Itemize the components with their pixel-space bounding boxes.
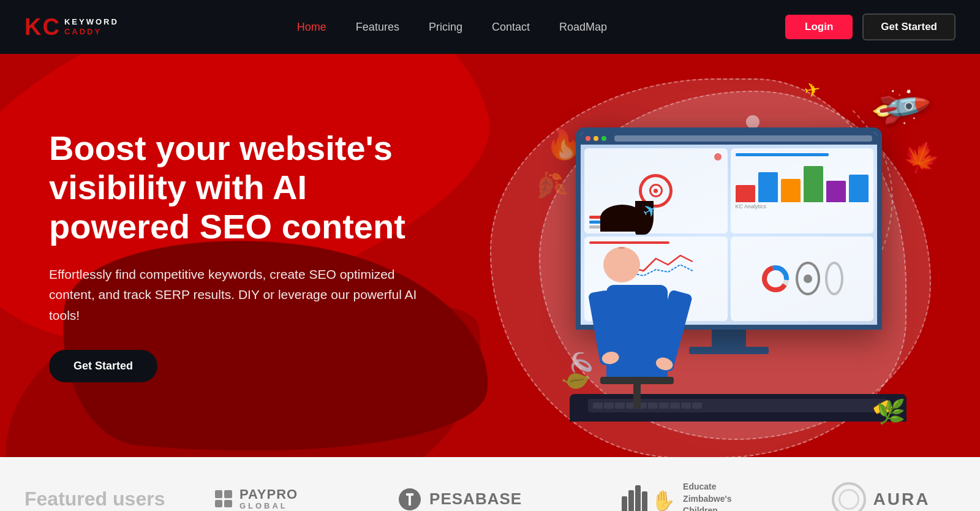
person-torso <box>606 285 668 377</box>
logo-letters: K C <box>24 15 59 39</box>
red-dot <box>714 153 722 161</box>
logo-aura: AURA <box>832 482 930 512</box>
logo-k1: K <box>24 15 41 39</box>
logo-brand: KEYWORD CADDY <box>64 17 119 36</box>
person-right-arm <box>650 289 693 372</box>
logo-paypro: PAYPRO GLOBAL <box>215 487 298 510</box>
logo-pesabase: PESABASE <box>398 487 522 512</box>
nav-link-roadmap[interactable]: RoadMap <box>559 21 607 33</box>
get-started-hero-button[interactable]: Get Started <box>49 350 157 382</box>
logo-k2: C <box>42 15 59 39</box>
nav-item-pricing[interactable]: Pricing <box>429 21 462 34</box>
pesabase-icon <box>398 487 422 512</box>
monitor-stand <box>712 330 746 347</box>
pesabase-svg <box>398 487 422 512</box>
eduzim-bar-4 <box>642 491 647 512</box>
hero-illustration: 🚀 ✈ ✈ <box>484 78 943 452</box>
gear-circle-2 <box>825 262 843 295</box>
featured-label: Featured users <box>24 487 189 510</box>
target-dot <box>654 189 658 193</box>
screen-panel-4 <box>731 237 874 322</box>
hero-section: Boost your website's visibility with AI … <box>0 54 980 457</box>
logo-eduzim: ✋ EducateZimbabwe'sChildren <box>622 481 732 511</box>
aura-inner-circle <box>839 489 859 510</box>
eduzim-bars-icon: ✋ <box>622 485 676 512</box>
monitor-base <box>689 347 769 354</box>
legend <box>796 262 820 295</box>
bar-chart <box>736 159 869 202</box>
nav-item-features[interactable]: Features <box>356 21 399 34</box>
paypro-line1: PAYPRO <box>239 487 298 502</box>
get-started-nav-button[interactable]: Get Started <box>862 13 956 40</box>
nav-link-home[interactable]: Home <box>297 21 326 33</box>
pesabase-text-label: PESABASE <box>429 490 522 509</box>
hand-wave-icon: ✋ <box>651 489 676 512</box>
person-left-hand <box>601 350 620 366</box>
donut-chart <box>760 263 791 294</box>
chair-seat <box>600 377 674 384</box>
hero-content: Boost your website's visibility with AI … <box>0 129 490 383</box>
paypro-sq2 <box>224 490 232 498</box>
nav-link-features[interactable]: Features <box>356 21 399 33</box>
gear-circle <box>796 262 820 295</box>
paypro-line2: GLOBAL <box>239 502 298 510</box>
aura-text-label: AURA <box>873 490 930 509</box>
eduzim-bar-3 <box>635 485 641 512</box>
eduzim-bar-1 <box>622 496 627 512</box>
logo: K C KEYWORD CADDY <box>24 15 119 39</box>
chart-label: KC Analytics <box>736 203 869 210</box>
eduzim-text-label: EducateZimbabwe'sChildren <box>683 481 732 511</box>
aura-outer-circle <box>832 482 866 512</box>
target-circle-inner <box>649 184 663 197</box>
paypro-sq4 <box>224 500 232 508</box>
person-head <box>603 247 640 282</box>
person-left-arm <box>588 290 622 366</box>
paypro-sq1 <box>215 490 223 498</box>
navbar: K C KEYWORD CADDY Home Features Pricing … <box>0 0 980 54</box>
hero-subtitle: Effortlessly find competitive keywords, … <box>49 264 429 326</box>
paypro-grid-icon <box>215 490 232 507</box>
paypro-sq3 <box>215 500 223 508</box>
logo-caddy: CADDY <box>64 27 119 37</box>
person-figure <box>582 205 692 425</box>
nav-item-contact[interactable]: Contact <box>492 21 530 34</box>
monitor-topbar <box>581 132 877 145</box>
nav-item-home[interactable]: Home <box>297 21 326 34</box>
featured-logos: PAYPRO GLOBAL PESABASE ✋ <box>189 481 956 511</box>
nav-link-pricing[interactable]: Pricing <box>429 21 462 33</box>
login-button[interactable]: Login <box>785 15 853 39</box>
eduzim-bar-2 <box>628 490 634 512</box>
nav-link-contact[interactable]: Contact <box>492 21 530 33</box>
nav-links: Home Features Pricing Contact RoadMap <box>297 21 607 34</box>
person-right-hand <box>655 356 674 373</box>
aura-circle-icon <box>832 482 866 512</box>
paypro-text: PAYPRO GLOBAL <box>239 487 298 510</box>
screen-panel-2: KC Analytics <box>731 148 874 233</box>
chair-leg <box>633 384 641 409</box>
person-hair <box>600 205 644 232</box>
navbar-actions: Login Get Started <box>785 13 956 40</box>
logo-keyword: KEYWORD <box>64 17 119 27</box>
plant-icon: 🌿 <box>876 398 905 425</box>
nav-item-roadmap[interactable]: RoadMap <box>559 21 607 34</box>
hero-title: Boost your website's visibility with AI … <box>49 129 441 247</box>
featured-users-section: Featured users PAYPRO GLOBAL PESABASE <box>0 457 980 511</box>
